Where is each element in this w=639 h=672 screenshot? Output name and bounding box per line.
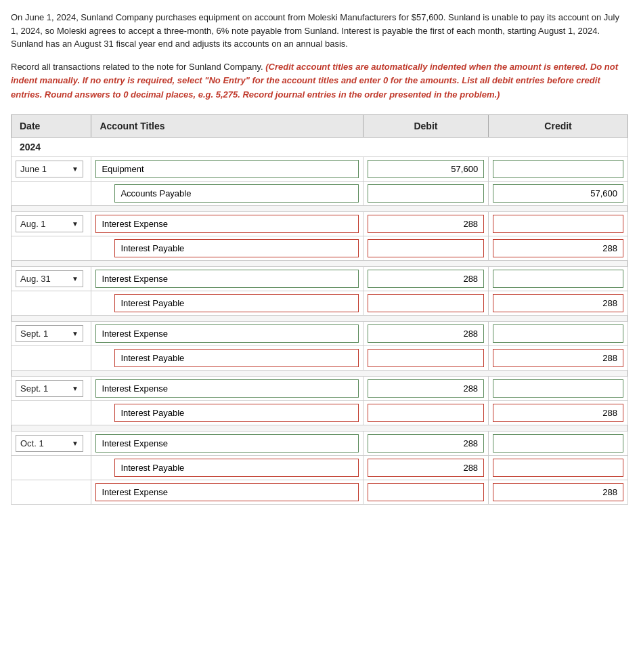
debit-cell [363,291,488,315]
account-cell [91,291,363,315]
debit-cell [363,266,488,291]
table-row [12,345,628,370]
debit-input[interactable] [368,349,484,367]
credit-input[interactable] [493,294,623,312]
credit-input[interactable] [493,434,623,453]
debit-input[interactable] [368,184,484,203]
account-title-input[interactable] [95,434,358,453]
table-row: Sept. 1 ▼ [12,376,628,400]
date-cell [12,181,91,205]
table-row [12,480,628,504]
debit-cell [363,321,488,345]
date-cell: June 1 ▼ [12,156,91,181]
credit-cell [489,376,628,400]
date-value: Oct. 1 [20,438,44,448]
spacer-row [12,425,628,431]
debit-input[interactable] [368,483,484,501]
debit-cell [363,156,488,181]
account-title-input[interactable] [95,160,358,178]
table-row [12,455,628,480]
credit-input[interactable] [493,404,623,422]
account-title-input[interactable] [95,379,358,398]
credit-input[interactable] [493,184,623,203]
credit-cell [489,266,628,291]
debit-input[interactable] [368,434,484,453]
year-row: 2024 [12,137,628,156]
account-cell [91,156,363,181]
account-cell [91,181,363,205]
account-cell [91,345,363,370]
debit-input[interactable] [368,379,484,398]
credit-cell [489,156,628,181]
credit-input[interactable] [493,379,623,398]
chevron-down-icon: ▼ [72,275,79,282]
account-cell [91,236,363,260]
date-cell [12,236,91,260]
date-dropdown[interactable]: Aug. 31 ▼ [16,270,83,287]
account-title-input[interactable] [114,239,358,257]
account-title-input[interactable] [114,459,358,477]
credit-input[interactable] [493,215,623,233]
header-debit: Debit [363,114,488,137]
date-dropdown[interactable]: Aug. 1 ▼ [16,215,83,232]
chevron-down-icon: ▼ [72,330,79,337]
debit-input[interactable] [368,459,484,477]
credit-cell [489,400,628,425]
account-title-input[interactable] [95,483,358,501]
debit-input[interactable] [368,239,484,257]
account-title-input[interactable] [95,215,358,233]
instructions: Record all transactions related to the n… [11,60,628,102]
credit-cell [489,345,628,370]
debit-input[interactable] [368,215,484,233]
account-cell [91,400,363,425]
credit-cell [489,211,628,236]
table-row: Aug. 1 ▼ [12,211,628,236]
spacer-row [12,370,628,376]
table-row [12,291,628,315]
account-title-input[interactable] [114,349,358,367]
account-cell [91,431,363,455]
credit-input[interactable] [493,459,623,477]
date-cell [12,400,91,425]
credit-input[interactable] [493,324,623,343]
date-value: Aug. 31 [20,274,51,284]
credit-input[interactable] [493,239,623,257]
instructions-plain: Record all transactions related to the n… [11,62,263,72]
account-title-input[interactable] [114,404,358,422]
debit-cell [363,376,488,400]
date-dropdown[interactable]: Sept. 1 ▼ [16,325,83,342]
table-row: Aug. 31 ▼ [12,266,628,291]
account-cell [91,480,363,504]
date-dropdown[interactable]: Oct. 1 ▼ [16,435,83,452]
header-date: Date [12,114,91,137]
date-value: Sept. 1 [20,383,48,394]
credit-input[interactable] [493,349,623,367]
debit-input[interactable] [368,404,484,422]
date-dropdown[interactable]: June 1 ▼ [16,161,83,177]
credit-cell [489,455,628,480]
date-cell: Aug. 1 ▼ [12,211,91,236]
date-dropdown[interactable]: Sept. 1 ▼ [16,380,83,397]
debit-cell [363,181,488,205]
credit-input[interactable] [493,483,623,501]
spacer-row [12,315,628,321]
debit-input[interactable] [368,270,484,288]
debit-input[interactable] [368,324,484,343]
date-value: Aug. 1 [20,219,46,229]
account-title-input[interactable] [114,294,358,312]
account-cell [91,266,363,291]
credit-input[interactable] [493,160,623,178]
debit-cell [363,455,488,480]
account-title-input[interactable] [114,184,358,203]
debit-cell [363,211,488,236]
debit-input[interactable] [368,294,484,312]
credit-cell [489,480,628,504]
debit-input[interactable] [368,160,484,178]
date-cell [12,480,91,504]
account-cell [91,455,363,480]
account-cell [91,211,363,236]
account-title-input[interactable] [95,270,358,288]
credit-input[interactable] [493,270,623,288]
account-title-input[interactable] [95,324,358,343]
debit-cell [363,345,488,370]
